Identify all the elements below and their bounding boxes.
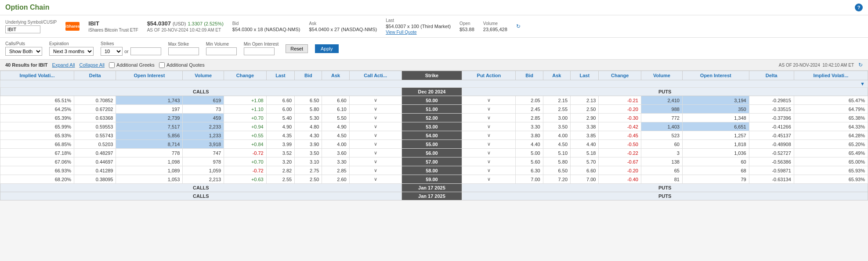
expiration-select[interactable]: Next 3 months Next month All [49, 47, 94, 56]
change-call: +0.55 [224, 131, 267, 140]
delta-put: -0.59871 [749, 166, 794, 175]
bid-call: 3.50 [295, 149, 322, 157]
call-action[interactable]: ∨ [349, 149, 401, 157]
change-call: +1.08 [224, 96, 267, 105]
strikes-select[interactable]: 10 5 15 All [101, 47, 123, 56]
date-header: Dec 20 2024 [401, 88, 462, 96]
help-icon[interactable]: ? [855, 4, 863, 11]
symbol-section: Underlying Symbol/CUSIP [5, 20, 57, 33]
put-action[interactable]: ∨ [462, 122, 516, 131]
calls-section-header: CALLS [0, 88, 402, 96]
oi-put: 1,036 [682, 149, 749, 157]
strike-value: 53.00 [401, 122, 462, 131]
implied-vol-call: 65.99% [0, 122, 74, 131]
put-action[interactable]: ∨ [462, 166, 516, 175]
expiration-label: Expiration [49, 41, 94, 46]
additional-quotes-checkbox[interactable] [159, 62, 165, 68]
results-refresh-icon[interactable]: ↻ [858, 62, 863, 68]
oi-put: 6,651 [682, 122, 749, 131]
delta-call: 0.63368 [74, 114, 116, 122]
view-full-quote-link[interactable]: View Full Quote [386, 30, 451, 35]
call-action[interactable]: ∨ [349, 105, 401, 114]
put-action[interactable]: ∨ [462, 157, 516, 166]
col-implied-vol-calls: Implied Volati... [0, 71, 74, 80]
bid-call: 3.10 [295, 157, 322, 166]
etf-logo: iShares [65, 22, 80, 31]
call-action[interactable]: ∨ [349, 96, 401, 105]
bid-call: 3.90 [295, 140, 322, 149]
call-action[interactable]: ∨ [349, 140, 401, 149]
min-oi-filter: Min Open Interest [244, 42, 278, 55]
volume-call: 73 [183, 105, 224, 114]
ask-call: 4.90 [322, 122, 349, 131]
last-call: 3.20 [266, 157, 294, 166]
col-strike: Strike [401, 71, 462, 80]
call-action[interactable]: ∨ [349, 157, 401, 166]
oi-put: 68 [682, 166, 749, 175]
put-action[interactable]: ∨ [462, 114, 516, 122]
volume-call: 2,233 [183, 122, 224, 131]
call-action[interactable]: ∨ [349, 166, 401, 175]
put-action[interactable]: ∨ [462, 149, 516, 157]
results-label: 40 Results for IBIT [5, 62, 48, 68]
put-action[interactable]: ∨ [462, 140, 516, 149]
delta-put: -0.45137 [749, 131, 794, 140]
col-last-puts: Last [571, 71, 599, 80]
change-call: -0.72 [224, 166, 267, 175]
call-action[interactable]: ∨ [349, 131, 401, 140]
min-oi-label: Min Open Interest [244, 42, 278, 46]
volume-put: 81 [641, 175, 682, 184]
put-action[interactable]: ∨ [462, 175, 516, 184]
ask-call: 5.50 [322, 114, 349, 122]
additional-greeks-checkbox[interactable] [109, 62, 115, 68]
last-call: 2.82 [266, 166, 294, 175]
expand-all-link[interactable]: Expand All [52, 62, 75, 68]
call-action[interactable]: ∨ [349, 175, 401, 184]
delta-call: 0.70852 [74, 96, 116, 105]
volume-put: 772 [641, 114, 682, 122]
volume-call: 1,059 [183, 166, 224, 175]
put-action[interactable]: ∨ [462, 131, 516, 140]
collapse-all-link[interactable]: Collapse All [80, 62, 105, 68]
change-put: -0.40 [599, 175, 641, 184]
bid-put: 2.85 [516, 114, 543, 122]
col-delta-calls: Delta [74, 71, 116, 80]
expand-section-arrow[interactable]: ▼ [860, 81, 865, 86]
put-action[interactable]: ∨ [462, 96, 516, 105]
col-call-action: Call Acti... [349, 71, 401, 80]
col-put-action: Put Action [462, 71, 516, 80]
ask-call: 6.10 [322, 105, 349, 114]
max-strike-input[interactable] [168, 47, 199, 55]
page-title: Option Chain [5, 4, 49, 11]
min-strike-input[interactable] [130, 47, 161, 55]
volume-call: 1,233 [183, 131, 224, 140]
volume-put: 988 [641, 105, 682, 114]
ask-call: 2.85 [322, 166, 349, 175]
change-call: +1.10 [224, 105, 267, 114]
max-strike-label: Max Strike [168, 42, 199, 46]
change-put: -0.20 [599, 105, 641, 114]
min-oi-input[interactable] [244, 47, 275, 55]
open-field: Open $53.88 [459, 21, 474, 32]
last-put: 2.13 [571, 96, 599, 105]
additional-greeks-checkbox-group[interactable]: Additional Greeks [109, 62, 155, 68]
volume-call: 2,213 [183, 175, 224, 184]
implied-vol-call: 65.39% [0, 114, 74, 122]
oi-call: 1,743 [116, 96, 183, 105]
call-action[interactable]: ∨ [349, 122, 401, 131]
oi-put: 79 [682, 175, 749, 184]
oi-call: 197 [116, 105, 183, 114]
put-action[interactable]: ∨ [462, 105, 516, 114]
call-action[interactable]: ∨ [349, 114, 401, 122]
calls-puts-select[interactable]: Show Both Calls Only Puts Only [5, 47, 42, 56]
additional-quotes-checkbox-group[interactable]: Additional Quotes [159, 62, 205, 68]
reset-button[interactable]: Reset [286, 44, 308, 53]
implied-vol-put: 65.20% [794, 140, 868, 149]
refresh-icon[interactable]: ↻ [516, 23, 521, 29]
apply-button[interactable]: Apply [315, 44, 339, 53]
symbol-input[interactable] [5, 25, 40, 33]
oi-call: 1,098 [116, 157, 183, 166]
last-call: 4.90 [266, 122, 294, 131]
last-put: 2.90 [571, 114, 599, 122]
min-volume-input[interactable] [206, 47, 237, 55]
